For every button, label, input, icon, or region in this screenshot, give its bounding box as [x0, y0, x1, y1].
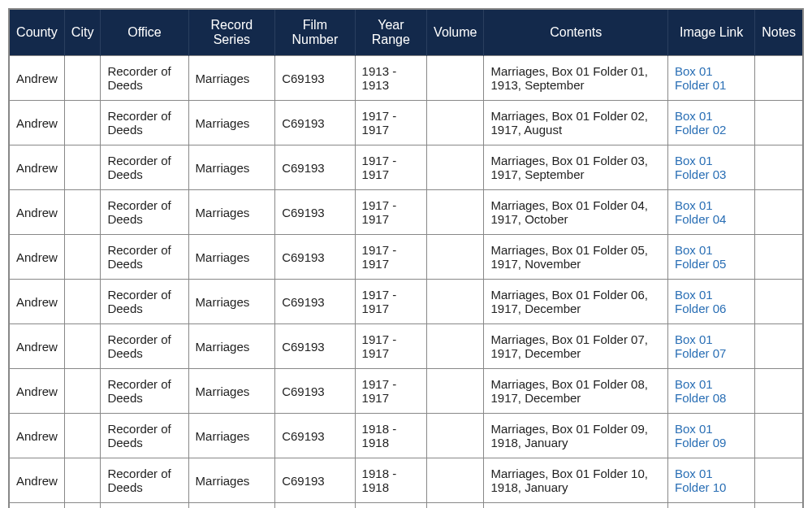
header-image-link: Image Link: [668, 9, 755, 56]
header-row: County City Office Record Series Film Nu…: [9, 9, 803, 56]
cell-image-link: Box 01 Folder 11: [668, 503, 755, 509]
cell-contents: Marriages, Box 01 Folder 06, 1917, Decem…: [484, 280, 668, 324]
cell-notes: [755, 101, 803, 145]
cell-film-number: C69193: [275, 101, 355, 145]
cell-notes: [755, 369, 803, 414]
cell-city: [64, 369, 101, 414]
image-link[interactable]: Box 01 Folder 06: [675, 288, 726, 315]
cell-notes: [755, 145, 803, 190]
cell-notes: [755, 190, 803, 235]
cell-image-link: Box 01 Folder 08: [668, 369, 755, 414]
table-body: AndrewRecorder of DeedsMarriagesC6919319…: [9, 56, 803, 509]
cell-notes: [755, 458, 803, 503]
table-row: AndrewRecorder of DeedsMarriagesC6919319…: [9, 101, 803, 145]
cell-contents: Marriages, Box 01 Folder 03, 1917, Septe…: [484, 145, 668, 190]
cell-record-series: Marriages: [188, 190, 275, 235]
header-office: Office: [101, 9, 188, 56]
cell-volume: [427, 145, 484, 190]
cell-year-range: 1917 - 1917: [355, 190, 426, 235]
cell-contents: Marriages, Box 01 Folder 11, 1918, Febru…: [484, 503, 668, 509]
cell-city: [64, 235, 101, 280]
cell-city: [64, 101, 101, 145]
cell-county: Andrew: [9, 414, 64, 458]
cell-contents: Marriages, Box 01 Folder 02, 1917, Augus…: [484, 101, 668, 145]
cell-notes: [755, 280, 803, 324]
cell-film-number: C69193: [275, 190, 355, 235]
cell-city: [64, 280, 101, 324]
cell-office: Recorder of Deeds: [101, 458, 188, 503]
cell-county: Andrew: [9, 56, 64, 101]
cell-contents: Marriages, Box 01 Folder 01, 1913, Septe…: [484, 56, 668, 101]
header-volume: Volume: [427, 9, 484, 56]
cell-year-range: 1913 - 1913: [355, 56, 426, 101]
cell-office: Recorder of Deeds: [101, 235, 188, 280]
image-link[interactable]: Box 01 Folder 08: [675, 377, 726, 405]
table-row: AndrewRecorder of DeedsMarriagesC6919319…: [9, 503, 803, 509]
cell-city: [64, 414, 101, 458]
table-row: AndrewRecorder of DeedsMarriagesC6919319…: [9, 190, 803, 235]
cell-city: [64, 324, 101, 369]
cell-city: [64, 503, 101, 509]
cell-notes: [755, 503, 803, 509]
image-link[interactable]: Box 01 Folder 04: [675, 198, 726, 226]
cell-image-link: Box 01 Folder 02: [668, 101, 755, 145]
cell-image-link: Box 01 Folder 03: [668, 145, 755, 190]
cell-county: Andrew: [9, 235, 64, 280]
cell-film-number: C69193: [275, 56, 355, 101]
cell-image-link: Box 01 Folder 05: [668, 235, 755, 280]
image-link[interactable]: Box 01 Folder 01: [675, 64, 726, 92]
cell-image-link: Box 01 Folder 10: [668, 458, 755, 503]
header-year-range: Year Range: [355, 9, 426, 56]
cell-film-number: C69193: [275, 414, 355, 458]
cell-image-link: Box 01 Folder 04: [668, 190, 755, 235]
cell-volume: [427, 414, 484, 458]
cell-record-series: Marriages: [188, 56, 275, 101]
cell-city: [64, 458, 101, 503]
cell-county: Andrew: [9, 369, 64, 414]
table-row: AndrewRecorder of DeedsMarriagesC6919319…: [9, 280, 803, 324]
records-table: County City Office Record Series Film Nu…: [8, 8, 804, 508]
cell-image-link: Box 01 Folder 09: [668, 414, 755, 458]
table-row: AndrewRecorder of DeedsMarriagesC6919319…: [9, 324, 803, 369]
cell-notes: [755, 414, 803, 458]
cell-volume: [427, 280, 484, 324]
cell-volume: [427, 369, 484, 414]
table-row: AndrewRecorder of DeedsMarriagesC6919319…: [9, 414, 803, 458]
header-contents: Contents: [484, 9, 668, 56]
cell-film-number: C69193: [275, 145, 355, 190]
image-link[interactable]: Box 01 Folder 02: [675, 109, 726, 137]
cell-year-range: 1918 - 1918: [355, 458, 426, 503]
cell-city: [64, 190, 101, 235]
cell-county: Andrew: [9, 503, 64, 509]
cell-record-series: Marriages: [188, 145, 275, 190]
cell-county: Andrew: [9, 190, 64, 235]
cell-county: Andrew: [9, 145, 64, 190]
cell-year-range: 1917 - 1917: [355, 369, 426, 414]
cell-office: Recorder of Deeds: [101, 190, 188, 235]
cell-year-range: 1917 - 1917: [355, 280, 426, 324]
cell-record-series: Marriages: [188, 280, 275, 324]
cell-county: Andrew: [9, 324, 64, 369]
cell-film-number: C69193: [275, 369, 355, 414]
image-link[interactable]: Box 01 Folder 05: [675, 243, 726, 271]
cell-contents: Marriages, Box 01 Folder 09, 1918, Janua…: [484, 414, 668, 458]
cell-film-number: C69193: [275, 458, 355, 503]
header-film-number: Film Number: [275, 9, 355, 56]
cell-city: [64, 56, 101, 101]
cell-office: Recorder of Deeds: [101, 414, 188, 458]
cell-county: Andrew: [9, 280, 64, 324]
image-link[interactable]: Box 01 Folder 10: [675, 467, 726, 494]
cell-record-series: Marriages: [188, 235, 275, 280]
image-link[interactable]: Box 01 Folder 09: [675, 422, 726, 449]
cell-volume: [427, 56, 484, 101]
cell-record-series: Marriages: [188, 414, 275, 458]
image-link[interactable]: Box 01 Folder 07: [675, 332, 726, 360]
header-county: County: [9, 9, 64, 56]
cell-contents: Marriages, Box 01 Folder 08, 1917, Decem…: [484, 369, 668, 414]
cell-county: Andrew: [9, 101, 64, 145]
cell-contents: Marriages, Box 01 Folder 04, 1917, Octob…: [484, 190, 668, 235]
image-link[interactable]: Box 01 Folder 03: [675, 154, 726, 181]
cell-contents: Marriages, Box 01 Folder 07, 1917, Decem…: [484, 324, 668, 369]
header-notes: Notes: [755, 9, 803, 56]
cell-office: Recorder of Deeds: [101, 324, 188, 369]
